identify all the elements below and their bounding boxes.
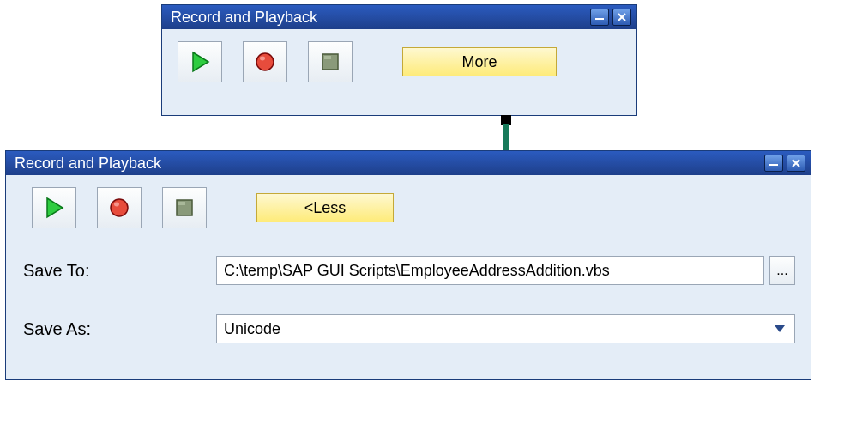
record-playback-dialog-collapsed: Record and Playback [161, 4, 637, 116]
svg-rect-0 [595, 18, 604, 20]
save-to-input[interactable] [216, 256, 764, 285]
minimize-icon [769, 159, 779, 167]
chevron-down-icon [774, 325, 786, 333]
svg-point-15 [111, 199, 128, 216]
svg-rect-11 [769, 164, 778, 166]
svg-point-5 [260, 57, 265, 61]
save-as-label: Save As: [23, 319, 216, 339]
less-button-label: <Less [304, 199, 347, 217]
record-button[interactable] [97, 187, 142, 228]
window-title: Record and Playback [15, 155, 761, 173]
close-icon [617, 12, 627, 22]
save-as-row: Save As: Unicode [6, 309, 811, 349]
record-icon [254, 51, 276, 73]
minimize-icon [594, 13, 605, 21]
browse-button[interactable]: ... [769, 256, 795, 285]
save-as-value: Unicode [224, 320, 280, 338]
less-button[interactable]: <Less [256, 193, 394, 222]
record-icon [108, 197, 130, 219]
stop-button[interactable] [162, 187, 207, 228]
minimize-button[interactable] [590, 9, 609, 26]
titlebar: Record and Playback [6, 151, 811, 175]
svg-marker-3 [193, 52, 208, 71]
play-button[interactable] [32, 187, 76, 228]
toolbar: <Less [6, 175, 811, 242]
play-icon [44, 197, 64, 219]
svg-point-4 [256, 53, 274, 70]
close-icon [791, 158, 801, 168]
stop-icon [174, 197, 195, 218]
play-icon [190, 51, 210, 73]
svg-rect-18 [178, 202, 185, 205]
save-to-row: Save To: ... [6, 251, 811, 290]
more-button-label: More [461, 53, 497, 71]
svg-point-16 [114, 203, 119, 207]
save-as-select[interactable]: Unicode [216, 314, 795, 343]
window-title: Record and Playback [171, 9, 587, 27]
svg-marker-14 [47, 198, 63, 217]
svg-marker-19 [775, 325, 785, 332]
minimize-button[interactable] [764, 155, 783, 172]
svg-rect-7 [324, 56, 331, 59]
more-button[interactable]: More [402, 47, 557, 76]
close-button[interactable] [612, 9, 631, 26]
record-playback-dialog-expanded: Record and Playback [5, 150, 811, 380]
close-button[interactable] [787, 155, 805, 172]
titlebar: Record and Playback [162, 5, 636, 29]
toolbar: More [162, 29, 636, 96]
stop-icon [320, 52, 341, 72]
record-button[interactable] [243, 41, 287, 82]
save-to-label: Save To: [23, 261, 216, 281]
stop-button[interactable] [308, 41, 353, 82]
play-button[interactable] [178, 41, 222, 82]
